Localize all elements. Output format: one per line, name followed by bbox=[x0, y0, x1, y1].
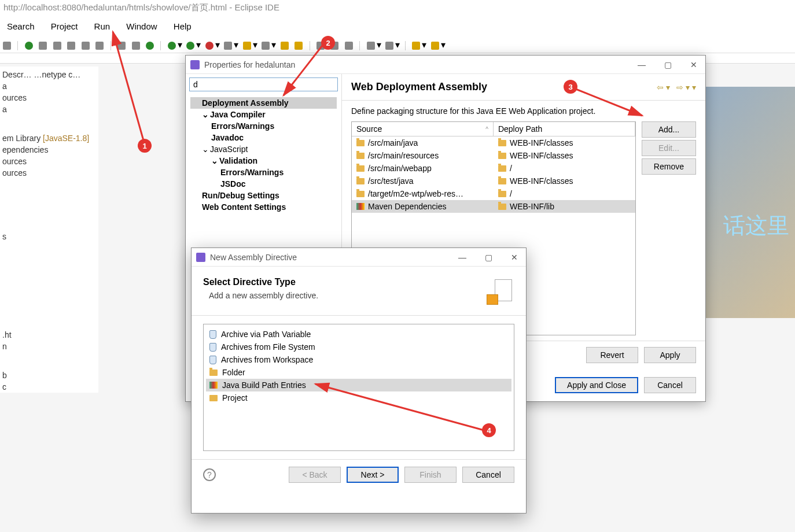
maximize-icon[interactable]: ▢ bbox=[481, 252, 496, 263]
archive-icon bbox=[209, 343, 216, 352]
list-item[interactable]: Archives from Workspace bbox=[206, 353, 511, 366]
tool-icon[interactable] bbox=[95, 42, 104, 50]
menu-window[interactable]: Window bbox=[119, 19, 164, 34]
tool-icon[interactable] bbox=[132, 42, 140, 50]
window-title: http://localhost:8080/hedaluntan/htmls/s… bbox=[0, 0, 795, 16]
list-item[interactable]: ources bbox=[0, 167, 98, 179]
cancel-button[interactable]: Cancel bbox=[462, 467, 514, 483]
tool-icon[interactable] bbox=[224, 42, 232, 50]
list-item[interactable]: em Library [JavaSE-1.8] bbox=[0, 132, 98, 144]
tool-icon[interactable] bbox=[67, 42, 75, 50]
th-deploy-path[interactable]: Deploy Path bbox=[494, 122, 635, 136]
wizard-banner-icon bbox=[487, 277, 514, 305]
remove-button[interactable]: Remove bbox=[642, 158, 696, 175]
run-icon[interactable] bbox=[25, 42, 33, 50]
tool-icon[interactable] bbox=[367, 42, 375, 50]
folder-icon bbox=[498, 153, 506, 159]
list-item[interactable]: s bbox=[0, 231, 98, 242]
next-button[interactable]: Next > bbox=[347, 467, 399, 483]
list-item[interactable]: Archive via Path Variable bbox=[206, 328, 511, 341]
tree-web-content[interactable]: Web Content Settings bbox=[190, 201, 337, 213]
minimize-icon[interactable]: — bbox=[455, 252, 470, 263]
tool-icon[interactable] bbox=[345, 42, 353, 50]
tree-javadoc[interactable]: Javadoc bbox=[190, 132, 337, 143]
folder-icon bbox=[356, 140, 365, 146]
tool-icon[interactable] bbox=[243, 42, 251, 50]
folder-icon bbox=[498, 178, 506, 184]
help-icon[interactable]: ? bbox=[203, 468, 216, 481]
tool-icon[interactable] bbox=[385, 42, 393, 50]
nav-icons[interactable]: ⇦ ▾ ⇨ ▾ ▾ bbox=[657, 83, 696, 92]
bug-icon[interactable] bbox=[146, 42, 154, 50]
edit-button: Edit... bbox=[642, 140, 696, 156]
finish-button: Finish bbox=[404, 467, 457, 483]
stop-icon[interactable] bbox=[205, 42, 214, 50]
list-item-selected[interactable]: Java Build Path Entries bbox=[206, 379, 511, 391]
th-source[interactable]: Source bbox=[356, 124, 382, 134]
close-icon[interactable]: ✕ bbox=[687, 59, 701, 71]
cancel-button[interactable]: Cancel bbox=[644, 377, 696, 393]
menu-help[interactable]: Help bbox=[167, 19, 198, 34]
list-item[interactable]: n bbox=[0, 341, 98, 352]
tree-javascript[interactable]: JavaScript bbox=[190, 143, 337, 155]
menu-project[interactable]: Project bbox=[44, 19, 85, 34]
folder-icon[interactable] bbox=[295, 42, 303, 50]
list-item[interactable]: c bbox=[0, 381, 98, 393]
folder-icon bbox=[498, 191, 506, 197]
tool-icon[interactable] bbox=[39, 42, 47, 50]
folder-icon bbox=[498, 165, 506, 172]
main-toolbar: ▾ ▾ ▾ ▾ ▾ ▾ ▾ ▾ ▾ ▾ bbox=[0, 37, 795, 53]
annotation-marker-4: 4 bbox=[482, 423, 496, 437]
back-icon[interactable] bbox=[412, 42, 420, 50]
tree-java-compiler[interactable]: Java Compiler bbox=[190, 109, 337, 120]
folder-icon[interactable] bbox=[281, 42, 289, 50]
annotation-marker-2: 2 bbox=[321, 36, 335, 50]
menu-bar: Search Project Run Window Help bbox=[0, 16, 795, 37]
list-item[interactable]: Project bbox=[206, 391, 511, 404]
revert-button[interactable]: Revert bbox=[586, 347, 638, 363]
add-button[interactable]: Add... bbox=[642, 121, 696, 138]
list-item[interactable]: .ht bbox=[0, 329, 98, 341]
annotation-marker-3: 3 bbox=[564, 80, 577, 94]
section-description: Define packaging structure for this Java… bbox=[342, 101, 705, 121]
tree-run-debug[interactable]: Run/Debug Settings bbox=[190, 190, 337, 201]
maximize-icon[interactable]: ▢ bbox=[661, 59, 675, 71]
directive-list: Archive via Path Variable Archives from … bbox=[203, 324, 514, 451]
list-item[interactable]: b bbox=[0, 370, 98, 381]
close-icon[interactable]: ✕ bbox=[507, 252, 521, 263]
tool-icon[interactable] bbox=[82, 42, 90, 50]
tree-deployment-assembly[interactable]: Deployment Assembly bbox=[190, 97, 337, 109]
list-item[interactable]: Folder bbox=[206, 366, 511, 379]
tree-jsdoc[interactable]: JSDoc bbox=[190, 178, 337, 190]
dialog-title: New Assembly Directive bbox=[210, 253, 297, 262]
apply-button[interactable]: Apply bbox=[644, 347, 696, 363]
table-row-selected[interactable]: Maven DependenciesWEB-INF/lib bbox=[352, 200, 635, 213]
tree-validation[interactable]: Validation bbox=[190, 155, 337, 167]
forward-icon[interactable] bbox=[431, 42, 439, 50]
tool-icon[interactable] bbox=[3, 42, 11, 50]
tree-errors-warnings[interactable]: Errors/Warnings bbox=[190, 120, 337, 132]
list-item[interactable]: ources bbox=[0, 92, 98, 104]
back-button: < Back bbox=[289, 467, 341, 483]
tool-icon[interactable] bbox=[53, 42, 61, 50]
eclipse-icon bbox=[190, 60, 200, 69]
section-title: Web Deployment Assembly bbox=[351, 81, 487, 93]
filter-input[interactable] bbox=[189, 77, 338, 91]
run-icon[interactable] bbox=[186, 42, 194, 50]
list-item[interactable]: Archives from File System bbox=[206, 341, 511, 353]
tool-icon[interactable] bbox=[262, 42, 270, 50]
run-dropdown-icon[interactable] bbox=[168, 42, 176, 50]
menu-search[interactable]: Search bbox=[0, 19, 42, 34]
minimize-icon[interactable]: — bbox=[634, 59, 649, 71]
list-item[interactable]: ources bbox=[0, 156, 98, 167]
tree-js-errors-warnings[interactable]: Errors/Warnings bbox=[190, 167, 337, 178]
list-item[interactable]: Descr… …netype c… bbox=[0, 69, 98, 80]
folder-icon bbox=[356, 165, 365, 172]
background-text: 话这里 bbox=[723, 211, 789, 241]
menu-run[interactable]: Run bbox=[87, 19, 117, 34]
list-item[interactable]: ependencies bbox=[0, 144, 98, 156]
apply-close-button[interactable]: Apply and Close bbox=[555, 377, 638, 393]
list-item[interactable]: a bbox=[0, 80, 98, 92]
tool-icon[interactable] bbox=[117, 42, 126, 50]
list-item[interactable]: a bbox=[0, 104, 98, 115]
